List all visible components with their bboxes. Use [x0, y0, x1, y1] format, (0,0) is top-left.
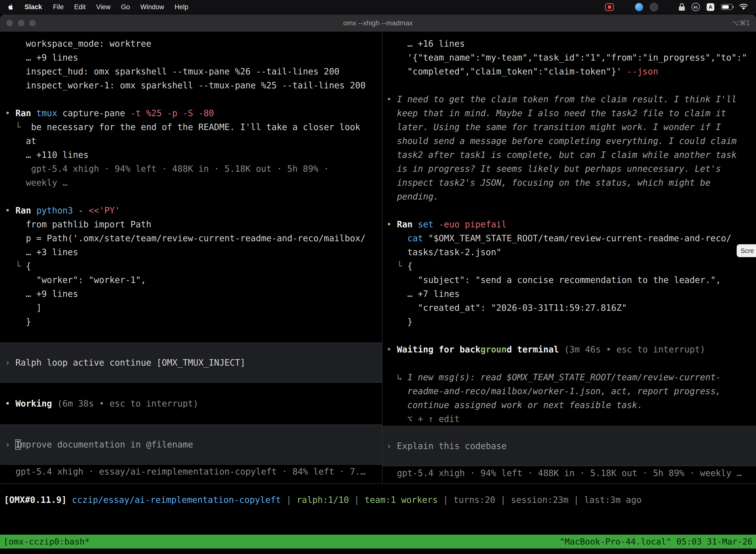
- text-segment: {: [407, 261, 413, 271]
- terminal-line: ]: [0, 301, 382, 315]
- prompt-input-right-box[interactable]: › Explain this codebase: [382, 426, 756, 466]
- menu-items: FileEditViewGoWindowHelp: [48, 0, 194, 14]
- text-segment: |: [438, 495, 453, 505]
- text-cursor: I: [15, 440, 20, 449]
- terminal-line: '{"team_name":"my-team","task_id":"1","f…: [382, 51, 756, 64]
- terminal-line: • Working (6m 38s • esc to interrupt): [0, 397, 382, 410]
- terminal-blank-line: [0, 189, 382, 204]
- text-segment: Ran: [15, 206, 36, 215]
- terminal-line: readme-and-reco/mailbox/worker-1.json, a…: [382, 384, 756, 398]
- text-segment: inspect_worker-1: omx sparkshell --tmux-…: [26, 80, 366, 90]
- window-tiles-icon[interactable]: [621, 4, 628, 10]
- text-segment: '{"team_name":"my-team","task_id":"1","f…: [407, 53, 747, 63]
- text-segment: p = Path('.omx/state/team/review-current…: [26, 233, 366, 243]
- wifi-icon[interactable]: [739, 2, 748, 12]
- menu-item-help[interactable]: Help: [170, 0, 194, 14]
- text-segment: ›: [386, 441, 397, 451]
- input-source-icon[interactable]: A: [707, 3, 714, 11]
- tmux-panes: workspace_mode: worktree… +9 linesinspec…: [0, 32, 756, 484]
- screen-recording-indicator-icon[interactable]: [605, 3, 614, 11]
- text-segment: •: [5, 206, 15, 215]
- text-segment: ⌥ + ↑ edit: [407, 414, 460, 424]
- pane-right[interactable]: … +16 lines'{"team_name":"my-team","task…: [382, 32, 756, 484]
- app-grid-icon[interactable]: [665, 3, 672, 11]
- battery-fill: [722, 5, 729, 9]
- text-segment: |: [568, 495, 584, 505]
- text-segment: capture-pane: [63, 108, 130, 118]
- text-segment: should send a message before completing …: [397, 136, 737, 146]
- text-segment: --json: [627, 66, 658, 76]
- menu-item-edit[interactable]: Edit: [69, 0, 91, 14]
- menu-item-window[interactable]: Window: [135, 0, 170, 14]
- tmux-status-bar: [omx-cczip0:bash* "MacBook-Pro-44.local"…: [0, 535, 756, 549]
- terminal-line: keep that in mind. Maybe I also need the…: [382, 106, 756, 120]
- terminal-line: }: [0, 315, 382, 329]
- terminal-line: continue assigned work or next feasible …: [382, 398, 756, 412]
- text-segment: "completed","claim_token":"claim-token"}…: [407, 66, 627, 76]
- text-segment: workspace_mode: worktree: [26, 39, 151, 49]
- text-segment: session:23m: [511, 495, 568, 505]
- text-segment: be necessary for the end of the README. …: [31, 122, 360, 132]
- model-status-line: gpt-5.4 xhigh · 94% left · 488K in · 5.1…: [382, 466, 756, 480]
- text-segment: (3m 46s • esc to interrupt): [564, 344, 705, 354]
- text-segment: at: [26, 136, 36, 146]
- menu-item-file[interactable]: File: [48, 0, 69, 14]
- terminal-line: should send a message before completing …: [382, 134, 756, 148]
- terminal-line: pending.: [382, 189, 756, 204]
- terminal-blank-line: [382, 356, 756, 370]
- text-segment: python3: [36, 206, 78, 215]
- battery-circle-icon[interactable]: 61: [692, 3, 700, 11]
- terminal-blank-line: [0, 383, 382, 397]
- terminal-line: … +9 lines: [0, 287, 382, 301]
- text-segment: [OMX#0.11.9]: [4, 495, 72, 505]
- injected-prompt-box[interactable]: › Ralph loop active continue [OMX_TMUX_I…: [0, 342, 382, 383]
- text-segment: weekly …: [26, 178, 68, 188]
- prompt-input-right: › Explain this codebase: [382, 439, 756, 453]
- text-segment: … +9 lines: [26, 289, 78, 299]
- text-segment: Ran: [397, 219, 418, 229]
- terminal-blank-line: [382, 78, 756, 92]
- title-bar: omx --xhigh --madmax ⌥⌘1: [0, 14, 756, 32]
- text-segment: … +16 lines: [407, 39, 465, 49]
- lock-icon[interactable]: [679, 3, 685, 11]
- dark-app-icon[interactable]: [650, 3, 658, 11]
- text-segment: └: [397, 261, 407, 271]
- apple-menu-icon[interactable]: [8, 3, 14, 11]
- menu-app-name[interactable]: Slack: [19, 0, 48, 14]
- text-segment: ›: [5, 440, 15, 449]
- text-segment: -: [78, 206, 88, 215]
- blue-app-icon[interactable]: [635, 3, 643, 11]
- text-segment: •: [386, 219, 397, 229]
- text-segment: •: [5, 108, 15, 118]
- terminal-line: }: [382, 315, 756, 329]
- text-segment: •: [5, 399, 15, 408]
- text-segment: … +9 lines: [26, 53, 78, 63]
- terminal-line: cat "$OMX_TEAM_STATE_ROOT/team/review-cu…: [382, 231, 756, 245]
- prompt-input-left-box[interactable]: › Improve documentation in @filename: [0, 425, 382, 465]
- terminal-line: • Waiting for background terminal (3m 46…: [382, 342, 756, 356]
- menu-item-view[interactable]: View: [91, 0, 116, 14]
- pane-left[interactable]: workspace_mode: worktree… +9 linesinspec…: [0, 32, 382, 484]
- terminal-line: └ {: [382, 259, 756, 273]
- text-segment: gpt-5.4 xhigh · 94% left · 488K in · 5.1…: [31, 164, 329, 174]
- text-segment: inspect_hud: omx sparkshell --tmux-pane …: [26, 66, 339, 76]
- text-segment: gpt-5.4 xhigh · 94% left · 488K in · 5.1…: [397, 468, 742, 478]
- text-segment: later. Using the same for transition mig…: [397, 122, 721, 132]
- terminal-line: ↳ 1 new msg(s): read $OMX_TEAM_STATE_ROO…: [382, 370, 756, 384]
- terminal-blank-line: [0, 92, 382, 106]
- terminal-line: inspect task2's JSON, focusing on the st…: [382, 176, 756, 189]
- menu-item-go[interactable]: Go: [116, 0, 135, 14]
- terminal-line: is in progress? It seems likely but perh…: [382, 162, 756, 176]
- terminal-blank-line: [0, 329, 382, 342]
- text-segment: groun: [481, 344, 506, 354]
- terminal[interactable]: workspace_mode: worktree… +9 linesinspec…: [0, 32, 756, 554]
- battery-icon[interactable]: [721, 4, 733, 10]
- tmux-session-window[interactable]: [omx-cczip0:bash*: [3, 535, 90, 549]
- terminal-line: later. Using the same for transition mig…: [382, 120, 756, 134]
- record-dot: [608, 5, 611, 9]
- text-segment: continue assigned work or next feasible …: [407, 400, 642, 410]
- text-segment: ]: [36, 303, 42, 313]
- text-segment: <<'PY': [88, 206, 120, 215]
- text-segment: team:1 workers: [365, 495, 438, 505]
- text-segment: cat: [407, 233, 428, 243]
